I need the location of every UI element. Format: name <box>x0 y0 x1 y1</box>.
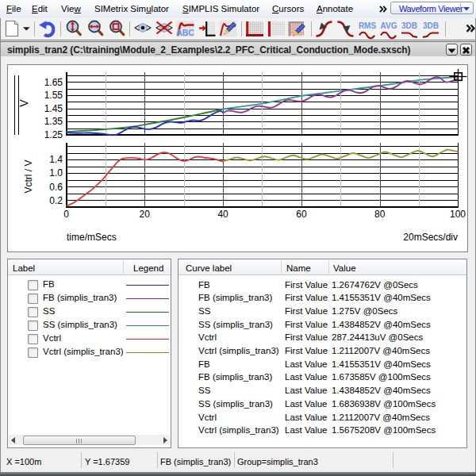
svg-text:V: V <box>17 99 30 107</box>
svg-text:1.65: 1.65 <box>44 77 63 88</box>
svg-text:60: 60 <box>296 209 307 220</box>
svg-text:Vctrl / V: Vctrl / V <box>23 159 34 193</box>
svg-text:1.4: 1.4 <box>49 154 63 165</box>
svg-text:80: 80 <box>374 209 386 220</box>
svg-text:time/mSecs: time/mSecs <box>67 232 117 243</box>
svg-text:0.2: 0.2 <box>49 195 63 206</box>
svg-text:1.55: 1.55 <box>44 90 63 101</box>
svg-text:0.6: 0.6 <box>49 182 63 193</box>
svg-text:100: 100 <box>450 209 466 220</box>
svg-text:1.35: 1.35 <box>44 116 63 127</box>
svg-text:20: 20 <box>140 209 151 220</box>
svg-text:1.45: 1.45 <box>44 103 63 114</box>
svg-text:0: 0 <box>63 209 69 220</box>
svg-text:1.0: 1.0 <box>49 167 63 178</box>
svg-text:40: 40 <box>217 209 228 220</box>
svg-text:20mSecs/div: 20mSecs/div <box>403 232 458 243</box>
svg-text:1.25: 1.25 <box>44 129 63 140</box>
